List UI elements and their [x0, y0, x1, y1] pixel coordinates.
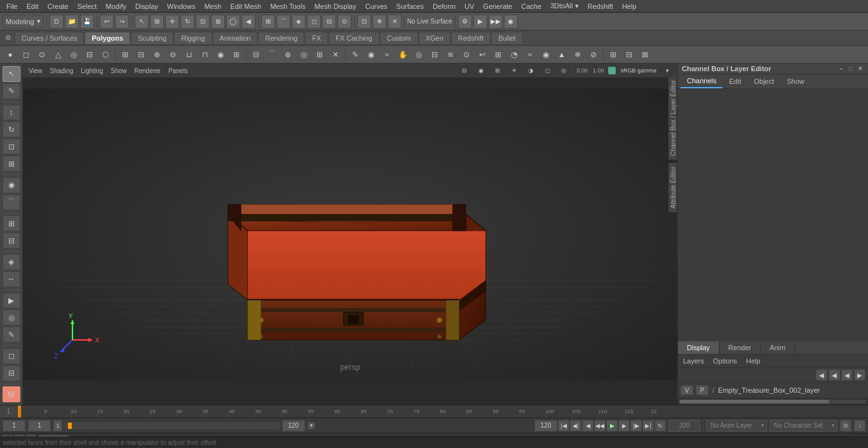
vp-show-menu[interactable]: Show — [107, 67, 130, 75]
layers-menu-item[interactable]: Layers — [681, 356, 707, 365]
menu-select[interactable]: Select — [74, 1, 101, 11]
snap-curve-btn[interactable]: ⌒ — [276, 15, 290, 29]
render-seq-btn[interactable]: ▶▶ — [489, 15, 503, 29]
move-tool[interactable]: ↕ — [3, 105, 20, 121]
tab-rigging[interactable]: Rigging — [174, 32, 212, 44]
menu-3dtall[interactable]: 3DtoAll ▾ — [546, 1, 583, 11]
amplify-btn[interactable]: ▲ — [554, 47, 569, 62]
vp-gamma-label[interactable]: sRGB gamma — [618, 67, 658, 74]
tab-fx-caching[interactable]: FX Caching — [329, 32, 379, 44]
menu-create[interactable]: Create — [44, 1, 72, 11]
settings-icon[interactable]: ⚙ — [3, 32, 14, 44]
bool-union-btn[interactable]: ⊔ — [181, 47, 196, 62]
vp-smooth-btn[interactable]: ◉ — [473, 64, 489, 78]
grab-btn[interactable]: ✋ — [395, 47, 410, 62]
vp-color-swatch[interactable] — [608, 67, 616, 74]
tab-animation[interactable]: Animation — [213, 32, 258, 44]
foamy-btn[interactable]: ≋ — [443, 47, 458, 62]
cone-btn[interactable]: △ — [50, 47, 65, 62]
tab-show[interactable]: Show — [780, 75, 811, 88]
panel-minimize-btn[interactable]: – — [837, 65, 845, 72]
last-tool-btn[interactable]: ◀ — [241, 15, 255, 29]
menu-mesh[interactable]: Mesh — [200, 1, 225, 11]
vp-lighting-menu[interactable]: Lighting — [78, 67, 106, 75]
alt-frame-input[interactable] — [28, 420, 51, 431]
anim-layer-dropdown[interactable]: ▾ — [758, 420, 767, 431]
vp-field2[interactable]: 1.00 — [591, 67, 606, 74]
paint-btn[interactable]: ✎ — [3, 327, 20, 343]
play-back-btn[interactable]: ◀◀ — [594, 420, 606, 431]
cube-btn[interactable]: ◻ — [18, 47, 34, 62]
menu-deform[interactable]: Deform — [429, 1, 459, 11]
vp-panels-menu[interactable]: Panels — [165, 67, 191, 75]
layer-move-down-btn[interactable]: ▶ — [854, 369, 865, 381]
render-frame-btn[interactable]: ▶ — [473, 15, 487, 29]
snap-surface-btn[interactable]: ◻ — [307, 15, 321, 29]
crease2-btn[interactable]: ⊠ — [637, 47, 653, 62]
display-tab-display[interactable]: Display — [678, 341, 719, 354]
universal-manip-btn[interactable]: ⊞ — [211, 15, 225, 29]
no-anim-layer-btn[interactable]: No Anim Layer — [706, 420, 757, 431]
vp-view-menu[interactable]: View — [25, 67, 46, 75]
menu-mesh-display[interactable]: Mesh Display — [311, 1, 360, 11]
snap-grid-btn[interactable]: ⊞ — [261, 15, 275, 29]
render-btn[interactable]: ▶ — [3, 293, 20, 309]
scale-tool[interactable]: ⊡ — [3, 139, 20, 154]
scrollbar-thumb[interactable] — [679, 400, 829, 404]
panel-float-btn[interactable]: □ — [847, 65, 855, 72]
menu-edit-mesh[interactable]: Edit Mesh — [226, 1, 265, 11]
imprint-btn[interactable]: ⊞ — [491, 47, 506, 62]
snap-btn[interactable]: ◈ — [3, 254, 20, 270]
tab-curves-surfaces[interactable]: Curves / Surfaces — [15, 32, 84, 44]
menu-edit[interactable]: Edit — [23, 1, 43, 11]
next-frame-btn[interactable]: ▶ — [618, 420, 630, 431]
measure-btn[interactable]: ↔ — [3, 271, 20, 287]
select-tool[interactable]: ↖ — [3, 66, 20, 82]
tab-bullet[interactable]: Bullet — [491, 32, 523, 44]
go-end-btn[interactable]: ▶| — [642, 420, 654, 431]
layer-move-up-btn[interactable]: ◀ — [841, 369, 853, 381]
loop-btn[interactable]: ↻ — [654, 420, 666, 431]
display-tab-render[interactable]: Render — [719, 341, 761, 354]
next-keyframe-btn[interactable]: |▶ — [630, 420, 642, 431]
tab-channels[interactable]: Channels — [681, 74, 722, 88]
vp-xray-btn[interactable]: ◻ — [539, 64, 555, 78]
tab-rendering[interactable]: Rendering — [258, 32, 304, 44]
undo-btn[interactable]: ↩ — [100, 15, 114, 29]
menu-surfaces[interactable]: Surfaces — [393, 1, 428, 11]
ipr-btn[interactable]: ◉ — [504, 15, 518, 29]
bevel-btn[interactable]: ⌒ — [264, 47, 280, 62]
vp-textured-btn[interactable]: ⊞ — [490, 64, 505, 78]
char-set-dropdown[interactable]: ▾ — [829, 420, 837, 431]
crease-btn[interactable]: ⊟ — [621, 47, 637, 62]
snap-point-btn[interactable]: ◈ — [292, 15, 306, 29]
xray-btn[interactable]: ◻ — [3, 348, 20, 364]
sound-btn[interactable]: ♪ — [854, 420, 865, 431]
menu-cache[interactable]: Cache — [517, 1, 545, 11]
tab-object[interactable]: Object — [747, 75, 780, 88]
scale-tool-btn[interactable]: ⊡ — [196, 15, 210, 29]
layers-scrollbar[interactable] — [678, 398, 868, 405]
bool-diff-btn[interactable]: ⊓ — [197, 47, 212, 62]
menu-help[interactable]: Help — [618, 1, 641, 11]
cylinder-btn[interactable]: ⊙ — [34, 47, 50, 62]
tab-edit[interactable]: Edit — [722, 75, 747, 88]
delete-history-btn[interactable]: ✕ — [388, 15, 402, 29]
channel-box-vertical-label[interactable]: Channel Box / Layer Editor — [668, 76, 677, 160]
relax-btn[interactable]: ≈ — [379, 47, 395, 62]
tab-sculpting[interactable]: Sculpting — [131, 32, 173, 44]
redo-btn[interactable]: ↪ — [115, 15, 129, 29]
panel-close-btn[interactable]: ✕ — [857, 65, 864, 72]
time-thumb[interactable] — [68, 423, 72, 429]
move-tool-btn[interactable]: ✛ — [165, 15, 179, 29]
vp-isolate-btn[interactable]: ◎ — [556, 64, 571, 78]
menu-curves[interactable]: Curves — [362, 1, 391, 11]
freeze-sculpt-btn[interactable]: ❄ — [570, 47, 585, 62]
merge-btn[interactable]: ⊞ — [312, 47, 327, 62]
insert-edgeloop-btn[interactable]: ⊟ — [248, 47, 264, 62]
platonic-btn[interactable]: ⬡ — [98, 47, 113, 62]
hypershade-btn[interactable]: ◎ — [3, 309, 20, 325]
menu-generate[interactable]: Generate — [479, 1, 516, 11]
bridge-btn[interactable]: ⊟ — [133, 47, 149, 62]
flatten-btn[interactable]: ⊟ — [427, 47, 442, 62]
